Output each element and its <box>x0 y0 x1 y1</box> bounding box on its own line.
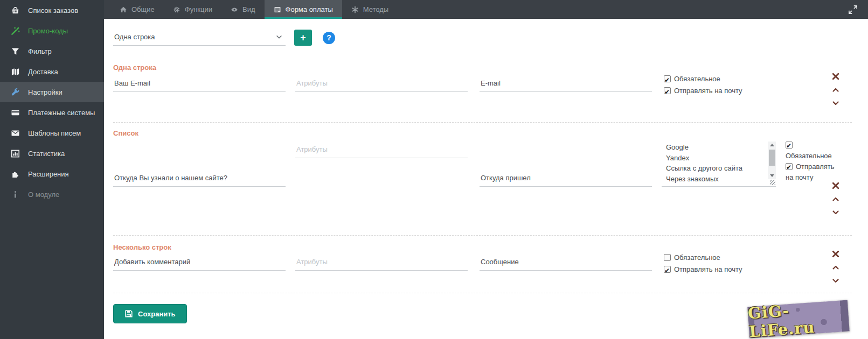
sidebar-item-about-module[interactable]: О модуле <box>0 184 104 204</box>
options-listbox[interactable]: Google Yandex Ссылка с другого сайта Чер… <box>662 142 776 187</box>
required-label[interactable]: Обязательное <box>674 253 720 262</box>
tab-payment-form[interactable]: Форма оплаты <box>265 0 342 19</box>
tab-label: Функции <box>185 5 212 13</box>
close-icon[interactable] <box>832 73 839 80</box>
field-name-input[interactable] <box>480 255 652 271</box>
credit-card-icon <box>11 108 20 117</box>
send-mail-checkbox[interactable] <box>664 87 671 94</box>
attributes-input[interactable] <box>295 142 468 158</box>
send-mail-checkbox[interactable] <box>786 163 793 170</box>
attributes-input[interactable] <box>295 76 468 92</box>
home-icon <box>120 6 127 13</box>
asterisk-icon <box>351 6 359 13</box>
section-title: Список <box>113 129 852 137</box>
list-option[interactable]: Через знакомых <box>666 174 766 185</box>
section-controls <box>832 182 839 216</box>
field-label-input[interactable] <box>113 76 286 92</box>
chevron-up-icon[interactable] <box>832 195 839 203</box>
required-checkbox[interactable] <box>664 75 671 82</box>
sidebar-item-label: Фильтр <box>28 47 52 55</box>
chevron-up-icon[interactable] <box>832 264 839 271</box>
section-title: Одна строка <box>113 63 852 72</box>
section-row: Google Yandex Ссылка с другого сайта Чер… <box>113 142 852 187</box>
watermark-banner: GiG-LiFe.ru <box>747 300 850 338</box>
section-multiline: Несколько строк Обязательное Отправлять … <box>113 236 852 293</box>
sidebar-item-orders[interactable]: Список заказов <box>0 0 104 20</box>
field-type-toolbar: Одна строка + ? <box>113 30 852 46</box>
bar-chart-icon <box>11 149 20 158</box>
scroll-down-arrow-icon[interactable] <box>768 172 776 179</box>
add-field-button[interactable]: + <box>294 30 312 46</box>
required-option: Обязательное <box>786 140 837 161</box>
filter-icon <box>11 47 20 56</box>
sidebar-item-statistics[interactable]: Статистика <box>0 143 104 164</box>
main-content: Одна строка + ? Одна строка Обязательное… <box>104 19 868 339</box>
list-option[interactable]: Google <box>666 142 766 153</box>
section-row: Обязательное Отправлять на почту <box>113 76 852 97</box>
sidebar-item-label: Статистика <box>28 150 65 158</box>
sidebar-item-delivery[interactable]: Доставка <box>0 61 104 82</box>
sidebar-item-filter[interactable]: Фильтр <box>0 41 104 61</box>
section-single-line: Одна строка Обязательное Отправлять на п… <box>113 46 852 123</box>
required-checkbox[interactable] <box>786 142 793 149</box>
field-label-input[interactable] <box>113 255 286 271</box>
sidebar-item-label: Промо-коды <box>28 27 68 35</box>
tab-view[interactable]: Вид <box>221 0 265 19</box>
tab-label: Вид <box>242 5 255 13</box>
tab-functions[interactable]: Функции <box>164 0 221 19</box>
required-label[interactable]: Обязательное <box>786 152 832 160</box>
expand-arrows-icon[interactable] <box>848 4 858 15</box>
required-checkbox[interactable] <box>664 254 671 261</box>
wand-icon <box>11 26 20 36</box>
scrollbar[interactable] <box>768 142 776 179</box>
close-icon[interactable] <box>832 250 839 258</box>
list-option[interactable]: Ссылка с другого сайта <box>666 163 766 174</box>
send-mail-checkbox[interactable] <box>664 266 671 273</box>
scrollbar-thumb[interactable] <box>769 150 775 166</box>
topbar: Общие Функции Вид Форма оплаты Методы <box>0 0 868 19</box>
chevron-down-icon[interactable] <box>832 100 839 107</box>
tab-label: Форма оплаты <box>286 5 333 13</box>
sidebar-item-promo-codes[interactable]: Промо-коды <box>0 20 104 41</box>
save-button-label: Сохранить <box>138 310 176 318</box>
attributes-input[interactable] <box>295 255 468 271</box>
scroll-up-arrow-icon[interactable] <box>768 142 776 149</box>
sidebar-item-label: Расширения <box>28 170 69 178</box>
field-name-input[interactable] <box>480 171 652 187</box>
resize-grip-icon[interactable] <box>770 180 775 185</box>
field-name-input[interactable] <box>480 76 652 92</box>
required-option: Обязательное <box>664 252 742 264</box>
send-mail-label[interactable]: Отправлять на почту <box>674 265 742 273</box>
tab-methods[interactable]: Методы <box>342 0 398 19</box>
options-list: Google Yandex Ссылка с другого сайта Чер… <box>666 142 766 186</box>
wrench-icon <box>11 88 20 97</box>
save-button[interactable]: Сохранить <box>113 304 187 323</box>
send-mail-option: Отправлять на почту <box>786 161 837 183</box>
sidebar-item-label: О модуле <box>28 190 59 199</box>
chevron-down-icon[interactable] <box>832 209 839 216</box>
gear-icon <box>173 6 180 13</box>
section-row: Обязательное Отправлять на почту <box>113 255 852 276</box>
list-option[interactable]: Yandex <box>666 153 766 164</box>
tab-general[interactable]: Общие <box>110 0 164 19</box>
send-mail-label[interactable]: Отправлять на почту <box>786 163 835 181</box>
close-icon[interactable] <box>832 182 839 189</box>
send-mail-option: Отправлять на почту <box>664 85 742 97</box>
chevron-up-icon[interactable] <box>832 86 839 94</box>
send-mail-option: Отправлять на почту <box>664 264 742 276</box>
chevron-down-icon[interactable] <box>832 277 839 285</box>
field-type-select[interactable]: Одна строка <box>113 30 286 46</box>
watermark-text: GiG-LiFe.ru <box>747 298 850 339</box>
sidebar-item-settings[interactable]: Настройки <box>0 82 104 102</box>
send-mail-label[interactable]: Отправлять на почту <box>674 87 742 95</box>
sidebar-item-email-templates[interactable]: Шаблоны писем <box>0 123 104 143</box>
field-label-input[interactable] <box>113 171 286 187</box>
sidebar-item-payment-systems[interactable]: Платежные системы <box>0 102 104 123</box>
help-button[interactable]: ? <box>323 32 335 44</box>
section-controls <box>832 73 839 107</box>
required-label[interactable]: Обязательное <box>674 75 720 83</box>
required-option: Обязательное <box>664 73 742 85</box>
tab-bar: Общие Функции Вид Форма оплаты Методы <box>110 0 398 19</box>
form-icon <box>274 6 281 13</box>
sidebar-item-extensions[interactable]: Расширения <box>0 164 104 184</box>
